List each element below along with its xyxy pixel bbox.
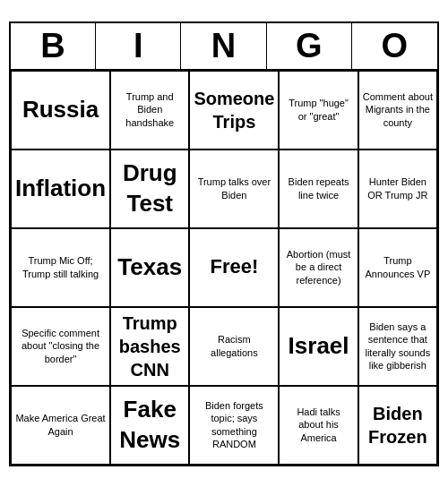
bingo-cell-13: Abortion (must be a direct reference) bbox=[279, 228, 358, 307]
bingo-cell-17: Racism allegations bbox=[189, 307, 279, 386]
bingo-cell-3: Trump "huge" or "great" bbox=[279, 71, 358, 150]
bingo-letter-n: N bbox=[181, 23, 266, 69]
bingo-cell-5: Inflation bbox=[11, 150, 110, 228]
bingo-cell-7: Trump talks over Biden bbox=[189, 150, 279, 228]
bingo-letter-i: I bbox=[96, 23, 181, 69]
bingo-letter-b: B bbox=[11, 23, 96, 69]
bingo-cell-1: Trump and Biden handshake bbox=[110, 71, 189, 150]
bingo-cell-2: Someone Trips bbox=[189, 71, 279, 150]
bingo-cell-15: Specific comment about "closing the bord… bbox=[11, 307, 110, 386]
bingo-cell-23: Hadi talks about his America bbox=[279, 386, 358, 465]
bingo-letter-o: O bbox=[352, 23, 437, 69]
bingo-cell-0: Russia bbox=[11, 71, 110, 150]
bingo-cell-22: Biden forgets topic; says something RAND… bbox=[189, 386, 279, 465]
bingo-cell-8: Biden repeats line twice bbox=[279, 150, 358, 228]
bingo-cell-21: Fake News bbox=[110, 386, 189, 465]
bingo-card: BINGO RussiaTrump and Biden handshakeSom… bbox=[9, 21, 439, 466]
bingo-cell-9: Hunter Biden OR Trump JR bbox=[358, 150, 437, 228]
bingo-cell-12: Free! bbox=[189, 228, 279, 307]
bingo-cell-4: Comment about Migrants in the county bbox=[358, 71, 437, 150]
bingo-cell-6: Drug Test bbox=[110, 150, 189, 228]
bingo-header: BINGO bbox=[11, 23, 437, 71]
bingo-cell-20: Make America Great Again bbox=[11, 386, 110, 465]
bingo-cell-14: Trump Announces VP bbox=[358, 228, 437, 307]
bingo-cell-24: Biden Frozen bbox=[358, 386, 437, 465]
bingo-cell-18: Israel bbox=[279, 307, 358, 386]
bingo-cell-16: Trump bashes CNN bbox=[110, 307, 189, 386]
bingo-letter-g: G bbox=[267, 23, 352, 69]
bingo-cell-11: Texas bbox=[110, 228, 189, 307]
bingo-cell-19: Biden says a sentence that literally sou… bbox=[358, 307, 437, 386]
bingo-cell-10: Trump Mic Off; Trump still talking bbox=[11, 228, 110, 307]
bingo-grid: RussiaTrump and Biden handshakeSomeone T… bbox=[11, 71, 437, 465]
